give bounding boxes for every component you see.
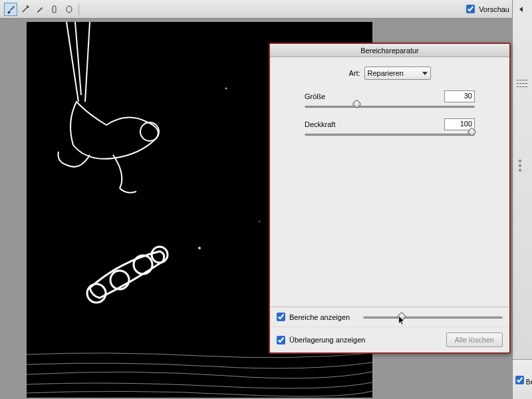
rail-bottom-label: Bereich <box>526 378 532 386</box>
opacity-slider[interactable] <box>305 132 475 137</box>
clear-all-button[interactable]: Alle löschen <box>446 332 503 347</box>
show-areas-checkbox[interactable] <box>277 313 285 321</box>
separator <box>78 3 79 15</box>
oval-tool[interactable] <box>63 3 76 16</box>
preview-checkbox[interactable] <box>466 5 475 13</box>
rail-bottom-panel: Bereich <box>513 359 532 399</box>
size-value[interactable]: 30 <box>444 90 475 102</box>
size-row: Größe 30 <box>305 90 475 109</box>
svg-rect-0 <box>53 6 56 13</box>
brush-tool[interactable] <box>4 3 17 16</box>
toolbar: Vorschau <box>0 0 532 19</box>
collapse-arrow-icon[interactable] <box>519 7 523 12</box>
show-areas-slider[interactable] <box>363 315 503 320</box>
show-areas-row: Bereiche anzeigen <box>270 307 509 327</box>
type-label: Art: <box>348 69 360 77</box>
rail-dots-icon <box>519 160 521 172</box>
preview-label: Vorschau <box>479 5 509 13</box>
svg-point-10 <box>198 247 201 249</box>
wand-tool[interactable] <box>19 3 32 16</box>
area-repair-panel: Bereichsreparatur Art: Reparieren Größe … <box>269 43 511 354</box>
opacity-label: Deckkraft <box>305 120 335 128</box>
size-label: Größe <box>305 92 325 100</box>
size-slider[interactable] <box>305 104 475 109</box>
show-overlay-row: Überlagerung anzeigen Alle löschen <box>270 327 509 352</box>
show-areas-thumb[interactable] <box>397 311 406 321</box>
show-overlay-checkbox[interactable] <box>277 336 285 344</box>
svg-point-1 <box>66 6 72 13</box>
chevron-down-icon <box>422 72 428 75</box>
smudge-tool[interactable] <box>48 3 61 16</box>
panel-body: Art: Reparieren Größe 30 Deckkraft 100 <box>270 57 509 307</box>
type-select[interactable]: Reparieren <box>364 66 431 80</box>
panel-title: Bereichsreparatur <box>270 44 509 57</box>
rail-bottom-checkbox[interactable] <box>515 376 524 384</box>
rail-accordion-icon[interactable] <box>517 80 527 87</box>
svg-point-9 <box>225 88 227 90</box>
opacity-row: Deckkraft 100 <box>305 118 475 137</box>
svg-point-11 <box>259 221 260 222</box>
panel-footer: Bereiche anzeigen Überlagerung anzeigen … <box>270 307 509 352</box>
type-row: Art: Reparieren <box>285 66 495 80</box>
pen-tool[interactable] <box>33 3 47 16</box>
show-overlay-label: Überlagerung anzeigen <box>289 336 365 344</box>
show-areas-label: Bereiche anzeigen <box>289 313 350 321</box>
right-rail: Bereich <box>512 0 532 399</box>
tool-group <box>4 3 76 16</box>
type-select-value: Reparieren <box>368 69 404 77</box>
